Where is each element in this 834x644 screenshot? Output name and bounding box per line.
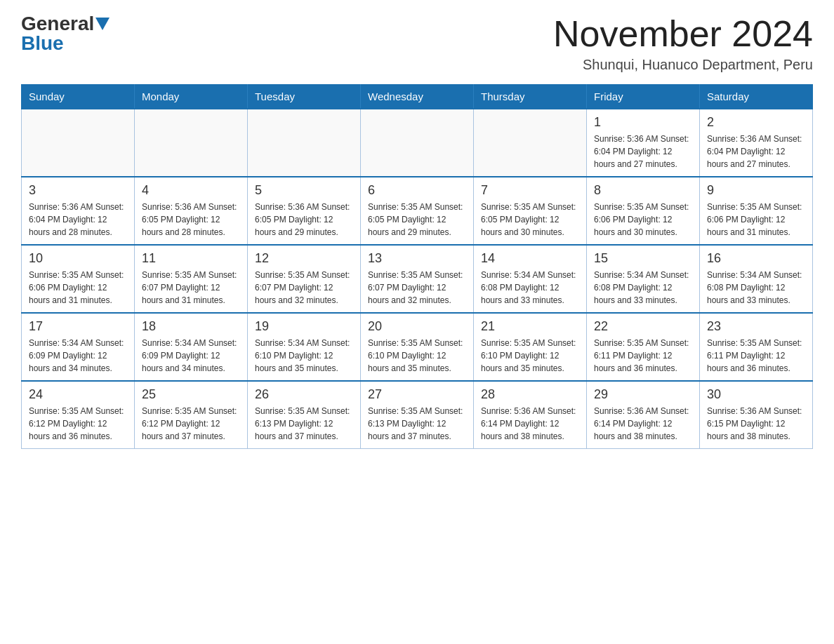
day-number: 9 <box>707 183 805 198</box>
day-info: Sunrise: 5:35 AM Sunset: 6:06 PM Dayligh… <box>29 269 127 307</box>
day-number: 28 <box>481 387 579 402</box>
day-number: 8 <box>594 183 692 198</box>
calendar-week-row: 1Sunrise: 5:36 AM Sunset: 6:04 PM Daylig… <box>22 109 813 177</box>
logo-triangle-icon <box>95 18 110 30</box>
day-number: 4 <box>142 183 240 198</box>
day-info: Sunrise: 5:34 AM Sunset: 6:08 PM Dayligh… <box>481 269 579 307</box>
calendar-cell: 23Sunrise: 5:35 AM Sunset: 6:11 PM Dayli… <box>700 313 813 381</box>
day-number: 6 <box>368 183 466 198</box>
day-info: Sunrise: 5:35 AM Sunset: 6:05 PM Dayligh… <box>368 201 466 239</box>
day-info: Sunrise: 5:35 AM Sunset: 6:12 PM Dayligh… <box>29 405 127 443</box>
day-number: 10 <box>29 251 127 266</box>
calendar-cell: 10Sunrise: 5:35 AM Sunset: 6:06 PM Dayli… <box>22 245 135 313</box>
calendar-cell: 24Sunrise: 5:35 AM Sunset: 6:12 PM Dayli… <box>22 381 135 449</box>
day-number: 21 <box>481 319 579 334</box>
day-info: Sunrise: 5:35 AM Sunset: 6:10 PM Dayligh… <box>368 337 466 375</box>
day-number: 14 <box>481 251 579 266</box>
calendar-cell: 12Sunrise: 5:35 AM Sunset: 6:07 PM Dayli… <box>248 245 361 313</box>
calendar-cell: 7Sunrise: 5:35 AM Sunset: 6:05 PM Daylig… <box>474 177 587 245</box>
day-info: Sunrise: 5:34 AM Sunset: 6:08 PM Dayligh… <box>594 269 692 307</box>
calendar-header-saturday: Saturday <box>700 85 813 109</box>
calendar-cell: 17Sunrise: 5:34 AM Sunset: 6:09 PM Dayli… <box>22 313 135 381</box>
day-number: 5 <box>255 183 353 198</box>
day-info: Sunrise: 5:35 AM Sunset: 6:11 PM Dayligh… <box>707 337 805 375</box>
day-number: 7 <box>481 183 579 198</box>
day-info: Sunrise: 5:34 AM Sunset: 6:09 PM Dayligh… <box>142 337 240 375</box>
calendar-cell: 11Sunrise: 5:35 AM Sunset: 6:07 PM Dayli… <box>135 245 248 313</box>
logo: General Blue <box>21 14 110 53</box>
calendar-week-row: 10Sunrise: 5:35 AM Sunset: 6:06 PM Dayli… <box>22 245 813 313</box>
calendar-cell <box>22 109 135 177</box>
day-info: Sunrise: 5:36 AM Sunset: 6:04 PM Dayligh… <box>594 133 692 170</box>
calendar-header-tuesday: Tuesday <box>248 85 361 109</box>
day-info: Sunrise: 5:35 AM Sunset: 6:13 PM Dayligh… <box>255 405 353 443</box>
calendar-cell <box>248 109 361 177</box>
calendar-cell: 3Sunrise: 5:36 AM Sunset: 6:04 PM Daylig… <box>22 177 135 245</box>
day-info: Sunrise: 5:35 AM Sunset: 6:06 PM Dayligh… <box>707 201 805 239</box>
day-info: Sunrise: 5:34 AM Sunset: 6:09 PM Dayligh… <box>29 337 127 375</box>
calendar-cell: 14Sunrise: 5:34 AM Sunset: 6:08 PM Dayli… <box>474 245 587 313</box>
calendar-cell: 20Sunrise: 5:35 AM Sunset: 6:10 PM Dayli… <box>361 313 474 381</box>
day-info: Sunrise: 5:36 AM Sunset: 6:04 PM Dayligh… <box>707 133 805 170</box>
day-number: 24 <box>29 387 127 402</box>
day-info: Sunrise: 5:36 AM Sunset: 6:04 PM Dayligh… <box>29 201 127 239</box>
calendar-cell <box>361 109 474 177</box>
day-number: 1 <box>594 115 692 130</box>
day-info: Sunrise: 5:34 AM Sunset: 6:08 PM Dayligh… <box>707 269 805 307</box>
day-number: 11 <box>142 251 240 266</box>
location-title: Shunqui, Huanuco Department, Peru <box>553 57 813 73</box>
day-number: 18 <box>142 319 240 334</box>
day-number: 27 <box>368 387 466 402</box>
calendar-cell: 25Sunrise: 5:35 AM Sunset: 6:12 PM Dayli… <box>135 381 248 449</box>
day-number: 3 <box>29 183 127 198</box>
calendar-cell: 1Sunrise: 5:36 AM Sunset: 6:04 PM Daylig… <box>587 109 700 177</box>
day-number: 17 <box>29 319 127 334</box>
day-number: 12 <box>255 251 353 266</box>
calendar-cell: 2Sunrise: 5:36 AM Sunset: 6:04 PM Daylig… <box>700 109 813 177</box>
day-info: Sunrise: 5:35 AM Sunset: 6:13 PM Dayligh… <box>368 405 466 443</box>
calendar-cell: 19Sunrise: 5:34 AM Sunset: 6:10 PM Dayli… <box>248 313 361 381</box>
day-info: Sunrise: 5:36 AM Sunset: 6:14 PM Dayligh… <box>481 405 579 443</box>
day-info: Sunrise: 5:36 AM Sunset: 6:15 PM Dayligh… <box>707 405 805 443</box>
day-info: Sunrise: 5:35 AM Sunset: 6:11 PM Dayligh… <box>594 337 692 375</box>
day-info: Sunrise: 5:35 AM Sunset: 6:10 PM Dayligh… <box>481 337 579 375</box>
calendar-header-friday: Friday <box>587 85 700 109</box>
day-number: 20 <box>368 319 466 334</box>
calendar-cell: 4Sunrise: 5:36 AM Sunset: 6:05 PM Daylig… <box>135 177 248 245</box>
calendar-cell <box>474 109 587 177</box>
calendar-cell <box>135 109 248 177</box>
calendar-header-thursday: Thursday <box>474 85 587 109</box>
day-number: 15 <box>594 251 692 266</box>
calendar-table: SundayMondayTuesdayWednesdayThursdayFrid… <box>21 84 813 449</box>
calendar-cell: 18Sunrise: 5:34 AM Sunset: 6:09 PM Dayli… <box>135 313 248 381</box>
day-info: Sunrise: 5:35 AM Sunset: 6:05 PM Dayligh… <box>481 201 579 239</box>
calendar-week-row: 24Sunrise: 5:35 AM Sunset: 6:12 PM Dayli… <box>22 381 813 449</box>
calendar-cell: 28Sunrise: 5:36 AM Sunset: 6:14 PM Dayli… <box>474 381 587 449</box>
day-info: Sunrise: 5:36 AM Sunset: 6:05 PM Dayligh… <box>255 201 353 239</box>
month-title: November 2024 <box>553 14 813 54</box>
calendar-cell: 16Sunrise: 5:34 AM Sunset: 6:08 PM Dayli… <box>700 245 813 313</box>
day-number: 25 <box>142 387 240 402</box>
day-info: Sunrise: 5:36 AM Sunset: 6:14 PM Dayligh… <box>594 405 692 443</box>
day-number: 26 <box>255 387 353 402</box>
day-number: 23 <box>707 319 805 334</box>
calendar-cell: 21Sunrise: 5:35 AM Sunset: 6:10 PM Dayli… <box>474 313 587 381</box>
calendar-header-row: SundayMondayTuesdayWednesdayThursdayFrid… <box>22 85 813 109</box>
calendar-week-row: 17Sunrise: 5:34 AM Sunset: 6:09 PM Dayli… <box>22 313 813 381</box>
logo-general-text: General <box>21 14 94 34</box>
calendar-cell: 29Sunrise: 5:36 AM Sunset: 6:14 PM Dayli… <box>587 381 700 449</box>
calendar-cell: 22Sunrise: 5:35 AM Sunset: 6:11 PM Dayli… <box>587 313 700 381</box>
day-number: 29 <box>594 387 692 402</box>
calendar-cell: 30Sunrise: 5:36 AM Sunset: 6:15 PM Dayli… <box>700 381 813 449</box>
title-area: November 2024 Shunqui, Huanuco Departmen… <box>553 14 813 73</box>
day-number: 30 <box>707 387 805 402</box>
day-number: 16 <box>707 251 805 266</box>
page-header: General Blue November 2024 Shunqui, Huan… <box>21 14 813 73</box>
day-info: Sunrise: 5:35 AM Sunset: 6:07 PM Dayligh… <box>255 269 353 307</box>
calendar-cell: 13Sunrise: 5:35 AM Sunset: 6:07 PM Dayli… <box>361 245 474 313</box>
day-number: 22 <box>594 319 692 334</box>
calendar-cell: 8Sunrise: 5:35 AM Sunset: 6:06 PM Daylig… <box>587 177 700 245</box>
day-number: 19 <box>255 319 353 334</box>
calendar-cell: 9Sunrise: 5:35 AM Sunset: 6:06 PM Daylig… <box>700 177 813 245</box>
day-info: Sunrise: 5:34 AM Sunset: 6:10 PM Dayligh… <box>255 337 353 375</box>
